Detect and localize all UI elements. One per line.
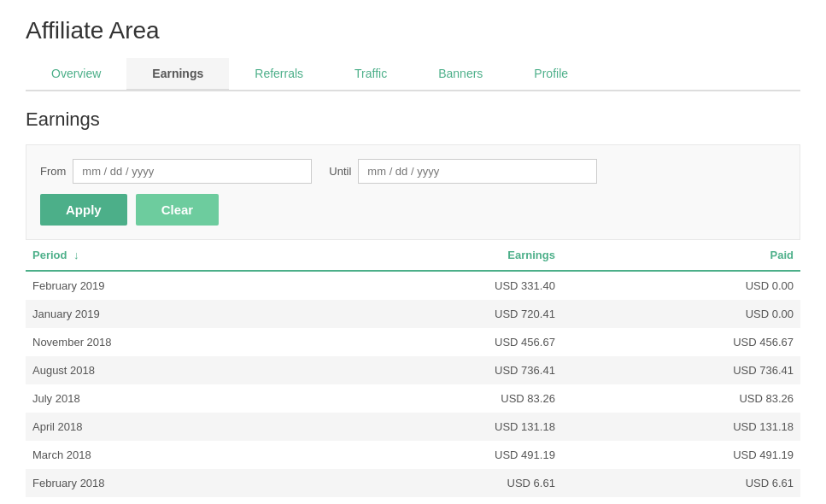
cell-earnings: USD 736.41 <box>324 356 562 384</box>
tab-overview[interactable]: Overview <box>26 58 126 91</box>
col-earnings: Earnings <box>324 240 562 271</box>
earnings-table: Period ↓ Earnings Paid February 2019USD … <box>26 240 800 497</box>
nav-tabs: Overview Earnings Referrals Traffic Bann… <box>26 58 800 91</box>
cell-earnings: USD 720.41 <box>324 300 562 328</box>
table-row: July 2018USD 83.26USD 83.26 <box>26 384 800 413</box>
apply-button[interactable]: Apply <box>40 194 127 226</box>
table-row: February 2019USD 331.40USD 0.00 <box>26 271 800 300</box>
cell-period: March 2018 <box>26 441 324 469</box>
table-body: February 2019USD 331.40USD 0.00January 2… <box>26 271 800 497</box>
table-row: February 2018USD 6.61USD 6.61 <box>26 469 800 497</box>
cell-earnings: USD 6.61 <box>324 469 562 497</box>
filter-area: From Until Apply Clear <box>26 144 800 240</box>
cell-earnings: USD 331.40 <box>324 271 562 300</box>
tab-traffic[interactable]: Traffic <box>329 58 413 91</box>
col-paid: Paid <box>562 240 800 271</box>
cell-paid: USD 131.18 <box>562 413 800 441</box>
cell-period: April 2018 <box>26 413 324 441</box>
cell-earnings: USD 491.19 <box>324 441 562 469</box>
section-title: Earnings <box>26 108 800 131</box>
cell-paid: USD 491.19 <box>562 441 800 469</box>
filter-btn-row: Apply Clear <box>40 194 786 226</box>
tab-profile[interactable]: Profile <box>508 58 594 91</box>
cell-period: November 2018 <box>26 328 324 356</box>
from-group: From <box>40 159 312 184</box>
table-header-row: Period ↓ Earnings Paid <box>26 240 800 271</box>
page-wrapper: Affiliate Area Overview Earnings Referra… <box>0 0 826 504</box>
cell-period: February 2019 <box>26 271 324 300</box>
col-period[interactable]: Period ↓ <box>26 240 324 271</box>
from-input[interactable] <box>73 159 312 184</box>
table-row: April 2018USD 131.18USD 131.18 <box>26 413 800 441</box>
until-label: Until <box>329 165 351 178</box>
cell-period: January 2019 <box>26 300 324 328</box>
cell-earnings: USD 456.67 <box>324 328 562 356</box>
table-header: Period ↓ Earnings Paid <box>26 240 800 271</box>
cell-period: August 2018 <box>26 356 324 384</box>
sort-arrow-icon: ↓ <box>73 249 79 261</box>
table-row: November 2018USD 456.67USD 456.67 <box>26 328 800 356</box>
table-row: January 2019USD 720.41USD 0.00 <box>26 300 800 328</box>
from-label: From <box>40 165 66 178</box>
cell-paid: USD 0.00 <box>562 271 800 300</box>
cell-paid: USD 83.26 <box>562 384 800 413</box>
cell-paid: USD 456.67 <box>562 328 800 356</box>
tab-earnings[interactable]: Earnings <box>126 58 229 91</box>
cell-earnings: USD 131.18 <box>324 413 562 441</box>
table-row: March 2018USD 491.19USD 491.19 <box>26 441 800 469</box>
cell-paid: USD 736.41 <box>562 356 800 384</box>
clear-button[interactable]: Clear <box>136 194 220 226</box>
cell-paid: USD 0.00 <box>562 300 800 328</box>
tab-banners[interactable]: Banners <box>413 58 508 91</box>
table-row: August 2018USD 736.41USD 736.41 <box>26 356 800 384</box>
cell-period: July 2018 <box>26 384 324 413</box>
until-input[interactable] <box>358 159 597 184</box>
page-title: Affiliate Area <box>26 17 800 44</box>
until-group: Until <box>329 159 597 184</box>
date-row: From Until <box>40 159 786 184</box>
cell-earnings: USD 83.26 <box>324 384 562 413</box>
cell-paid: USD 6.61 <box>562 469 800 497</box>
tab-referrals[interactable]: Referrals <box>229 58 329 91</box>
cell-period: February 2018 <box>26 469 324 497</box>
